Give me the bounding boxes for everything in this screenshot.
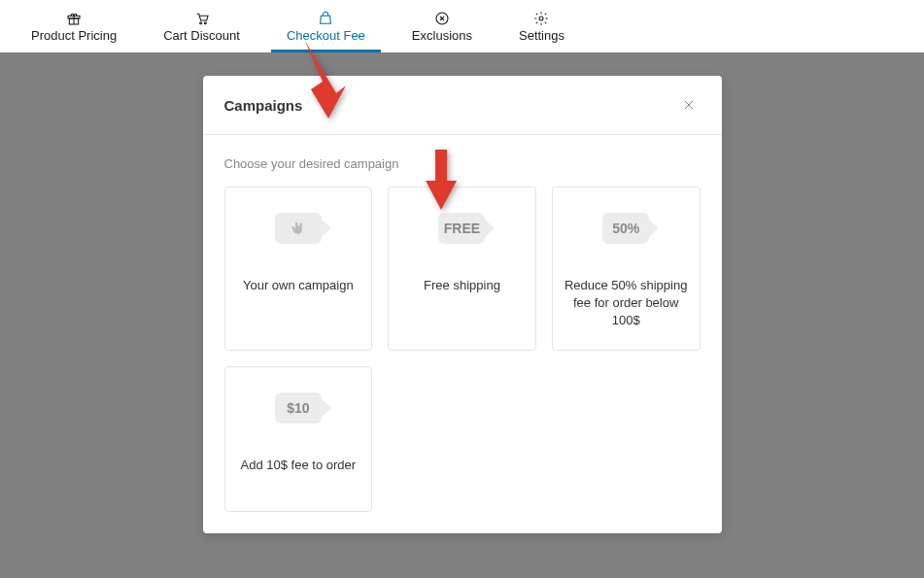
gear-icon <box>533 11 549 26</box>
campaign-card-add-fee[interactable]: $10 Add 10$ fee to order <box>224 366 373 512</box>
campaign-card-free-shipping[interactable]: FREE Free shipping <box>388 187 536 351</box>
campaign-label: Add 10$ fee to order <box>241 457 357 474</box>
svg-point-3 <box>199 21 201 23</box>
tab-label: Cart Discount <box>163 28 240 43</box>
tab-cart-discount[interactable]: Cart Discount <box>148 0 256 52</box>
hand-icon <box>290 220 307 237</box>
campaigns-modal: Campaigns Choose your desired campaign Y… <box>203 76 722 533</box>
cart-icon <box>194 11 210 26</box>
price-badge-icon: $10 <box>271 392 325 424</box>
modal-overlay: Campaigns Choose your desired campaign Y… <box>0 52 924 578</box>
top-tabs: Product Pricing Cart Discount Checkout F… <box>0 0 924 52</box>
tab-settings[interactable]: Settings <box>503 0 580 52</box>
free-badge-icon: FREE <box>434 213 489 244</box>
campaign-card-reduce-shipping[interactable]: 50% Reduce 50% shipping fee for order be… <box>552 187 701 351</box>
tab-product-pricing[interactable]: Product Pricing <box>16 0 132 52</box>
modal-body: Choose your desired campaign Your own ca… <box>203 135 722 533</box>
close-circle-icon <box>434 11 450 26</box>
badge-text: $10 <box>287 400 309 416</box>
modal-subtitle: Choose your desired campaign <box>224 156 701 171</box>
campaign-label: Reduce 50% shipping fee for order below … <box>565 277 688 330</box>
close-button[interactable] <box>677 93 701 117</box>
tab-label: Product Pricing <box>31 28 117 43</box>
percent-badge-icon: 50% <box>599 213 653 244</box>
tab-exclusions[interactable]: Exclusions <box>396 0 488 52</box>
campaign-label: Free shipping <box>424 277 500 294</box>
tab-label: Checkout Fee <box>287 28 365 43</box>
modal-title: Campaigns <box>224 97 303 114</box>
badge-text: 50% <box>612 221 639 236</box>
bag-icon <box>318 11 333 26</box>
campaign-label: Your own campaign <box>243 277 354 294</box>
modal-header: Campaigns <box>203 76 722 135</box>
gift-icon <box>66 11 82 26</box>
campaign-card-custom[interactable]: Your own campaign <box>224 187 373 351</box>
close-icon <box>682 98 696 112</box>
svg-point-8 <box>539 17 543 20</box>
badge-text: FREE <box>444 221 480 236</box>
tab-label: Settings <box>519 28 565 43</box>
campaign-grid: Your own campaign FREE Free shipping 50%… <box>224 187 701 512</box>
hand-badge-icon <box>271 213 325 244</box>
svg-point-4 <box>204 21 206 23</box>
tab-checkout-fee[interactable]: Checkout Fee <box>271 0 381 52</box>
tab-label: Exclusions <box>412 28 472 43</box>
